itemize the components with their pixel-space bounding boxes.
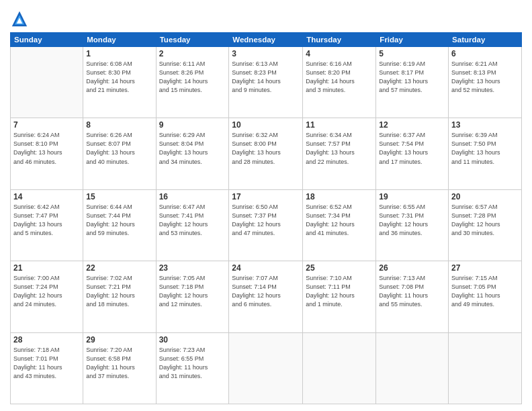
weekday-header-monday: Monday (83, 33, 156, 47)
calendar-cell: 6Sunrise: 6:21 AM Sunset: 8:13 PM Daylig… (449, 47, 522, 118)
day-info: Sunrise: 6:42 AM Sunset: 7:47 PM Dayligh… (13, 203, 80, 238)
day-info: Sunrise: 6:13 AM Sunset: 8:23 PM Dayligh… (232, 60, 300, 95)
day-info: Sunrise: 7:15 AM Sunset: 7:05 PM Dayligh… (451, 274, 519, 309)
calendar-cell: 23Sunrise: 7:05 AM Sunset: 7:18 PM Dayli… (156, 261, 229, 332)
day-info: Sunrise: 6:16 AM Sunset: 8:20 PM Dayligh… (306, 60, 373, 95)
day-number: 2 (159, 49, 226, 58)
calendar-cell (376, 332, 449, 404)
calendar-page: SundayMondayTuesdayWednesdayThursdayFrid… (0, 0, 532, 411)
calendar-cell: 3Sunrise: 6:13 AM Sunset: 8:23 PM Daylig… (229, 47, 303, 118)
calendar-cell: 25Sunrise: 7:10 AM Sunset: 7:11 PM Dayli… (303, 261, 376, 332)
calendar-cell: 11Sunrise: 6:34 AM Sunset: 7:57 PM Dayli… (303, 118, 376, 189)
day-info: Sunrise: 6:29 AM Sunset: 8:04 PM Dayligh… (159, 131, 226, 166)
calendar-cell: 17Sunrise: 6:50 AM Sunset: 7:37 PM Dayli… (229, 189, 303, 261)
day-number: 17 (232, 192, 300, 201)
calendar-cell: 7Sunrise: 6:24 AM Sunset: 8:10 PM Daylig… (11, 118, 83, 189)
day-number: 18 (306, 192, 373, 201)
day-info: Sunrise: 6:26 AM Sunset: 8:07 PM Dayligh… (86, 131, 152, 166)
day-number: 20 (451, 192, 519, 201)
calendar-cell: 9Sunrise: 6:29 AM Sunset: 8:04 PM Daylig… (156, 118, 229, 189)
day-number: 27 (451, 263, 519, 273)
day-info: Sunrise: 6:19 AM Sunset: 8:17 PM Dayligh… (379, 60, 445, 95)
calendar-week-row: 7Sunrise: 6:24 AM Sunset: 8:10 PM Daylig… (11, 118, 522, 189)
day-info: Sunrise: 6:21 AM Sunset: 8:13 PM Dayligh… (451, 60, 519, 95)
calendar-week-row: 21Sunrise: 7:00 AM Sunset: 7:24 PM Dayli… (11, 261, 522, 332)
day-number: 29 (86, 335, 152, 345)
day-info: Sunrise: 6:08 AM Sunset: 8:30 PM Dayligh… (86, 60, 152, 95)
day-info: Sunrise: 7:23 AM Sunset: 6:55 PM Dayligh… (159, 346, 226, 381)
day-number: 19 (379, 192, 445, 201)
day-number: 13 (451, 120, 519, 130)
calendar-cell: 10Sunrise: 6:32 AM Sunset: 8:00 PM Dayli… (229, 118, 303, 189)
weekday-header-thursday: Thursday (303, 33, 376, 47)
calendar-cell: 22Sunrise: 7:02 AM Sunset: 7:21 PM Dayli… (83, 261, 156, 332)
weekday-header-tuesday: Tuesday (156, 33, 229, 47)
day-number: 1 (86, 49, 152, 58)
day-info: Sunrise: 7:13 AM Sunset: 7:08 PM Dayligh… (379, 274, 445, 309)
day-number: 3 (232, 49, 300, 58)
day-number: 28 (13, 335, 80, 345)
calendar-cell: 2Sunrise: 6:11 AM Sunset: 8:26 PM Daylig… (156, 47, 229, 118)
weekday-header-saturday: Saturday (449, 33, 522, 47)
calendar-cell: 12Sunrise: 6:37 AM Sunset: 7:54 PM Dayli… (376, 118, 449, 189)
day-number: 12 (379, 120, 445, 130)
calendar-cell: 26Sunrise: 7:13 AM Sunset: 7:08 PM Dayli… (376, 261, 449, 332)
weekday-header-sunday: Sunday (11, 33, 83, 47)
calendar-cell: 4Sunrise: 6:16 AM Sunset: 8:20 PM Daylig… (303, 47, 376, 118)
day-info: Sunrise: 7:02 AM Sunset: 7:21 PM Dayligh… (86, 274, 152, 309)
day-number: 21 (13, 263, 80, 273)
day-info: Sunrise: 7:05 AM Sunset: 7:18 PM Dayligh… (159, 274, 226, 309)
day-number: 10 (232, 120, 300, 130)
calendar-week-row: 14Sunrise: 6:42 AM Sunset: 7:47 PM Dayli… (11, 189, 522, 261)
day-number: 11 (306, 120, 373, 130)
day-number: 6 (451, 49, 519, 58)
calendar-cell: 28Sunrise: 7:18 AM Sunset: 7:01 PM Dayli… (11, 332, 83, 404)
calendar-cell: 19Sunrise: 6:55 AM Sunset: 7:31 PM Dayli… (376, 189, 449, 261)
calendar-cell (229, 332, 303, 404)
calendar-cell: 16Sunrise: 6:47 AM Sunset: 7:41 PM Dayli… (156, 189, 229, 261)
calendar-cell: 27Sunrise: 7:15 AM Sunset: 7:05 PM Dayli… (449, 261, 522, 332)
day-number: 24 (232, 263, 300, 273)
calendar-week-row: 1Sunrise: 6:08 AM Sunset: 8:30 PM Daylig… (11, 47, 522, 118)
day-info: Sunrise: 6:50 AM Sunset: 7:37 PM Dayligh… (232, 203, 300, 238)
logo (10, 9, 31, 28)
day-number: 22 (86, 263, 152, 273)
weekday-header-friday: Friday (376, 33, 449, 47)
day-info: Sunrise: 7:18 AM Sunset: 7:01 PM Dayligh… (13, 346, 80, 381)
day-info: Sunrise: 6:57 AM Sunset: 7:28 PM Dayligh… (451, 203, 519, 238)
day-info: Sunrise: 6:55 AM Sunset: 7:31 PM Dayligh… (379, 203, 445, 238)
calendar-cell: 15Sunrise: 6:44 AM Sunset: 7:44 PM Dayli… (83, 189, 156, 261)
page-header (10, 7, 522, 28)
day-info: Sunrise: 7:00 AM Sunset: 7:24 PM Dayligh… (13, 274, 80, 309)
day-number: 8 (86, 120, 152, 130)
calendar-cell: 30Sunrise: 7:23 AM Sunset: 6:55 PM Dayli… (156, 332, 229, 404)
day-number: 15 (86, 192, 152, 201)
calendar-cell: 29Sunrise: 7:20 AM Sunset: 6:58 PM Dayli… (83, 332, 156, 404)
day-number: 16 (159, 192, 226, 201)
day-info: Sunrise: 6:47 AM Sunset: 7:41 PM Dayligh… (159, 203, 226, 238)
weekday-header-wednesday: Wednesday (229, 33, 303, 47)
calendar-cell: 8Sunrise: 6:26 AM Sunset: 8:07 PM Daylig… (83, 118, 156, 189)
calendar-cell: 24Sunrise: 7:07 AM Sunset: 7:14 PM Dayli… (229, 261, 303, 332)
day-info: Sunrise: 7:07 AM Sunset: 7:14 PM Dayligh… (232, 274, 300, 309)
day-number: 23 (159, 263, 226, 273)
day-number: 14 (13, 192, 80, 201)
day-info: Sunrise: 6:34 AM Sunset: 7:57 PM Dayligh… (306, 131, 373, 166)
day-info: Sunrise: 7:10 AM Sunset: 7:11 PM Dayligh… (306, 274, 373, 309)
day-info: Sunrise: 6:24 AM Sunset: 8:10 PM Dayligh… (13, 131, 80, 166)
day-number: 26 (379, 263, 445, 273)
calendar-cell: 13Sunrise: 6:39 AM Sunset: 7:50 PM Dayli… (449, 118, 522, 189)
day-number: 25 (306, 263, 373, 273)
calendar-cell: 21Sunrise: 7:00 AM Sunset: 7:24 PM Dayli… (11, 261, 83, 332)
calendar-cell: 14Sunrise: 6:42 AM Sunset: 7:47 PM Dayli… (11, 189, 83, 261)
day-number: 9 (159, 120, 226, 130)
calendar-week-row: 28Sunrise: 7:18 AM Sunset: 7:01 PM Dayli… (11, 332, 522, 404)
day-info: Sunrise: 6:52 AM Sunset: 7:34 PM Dayligh… (306, 203, 373, 238)
day-number: 7 (13, 120, 80, 130)
calendar-cell: 5Sunrise: 6:19 AM Sunset: 8:17 PM Daylig… (376, 47, 449, 118)
calendar-cell: 18Sunrise: 6:52 AM Sunset: 7:34 PM Dayli… (303, 189, 376, 261)
day-number: 30 (159, 335, 226, 345)
day-number: 4 (306, 49, 373, 58)
calendar-cell (303, 332, 376, 404)
calendar-cell: 1Sunrise: 6:08 AM Sunset: 8:30 PM Daylig… (83, 47, 156, 118)
